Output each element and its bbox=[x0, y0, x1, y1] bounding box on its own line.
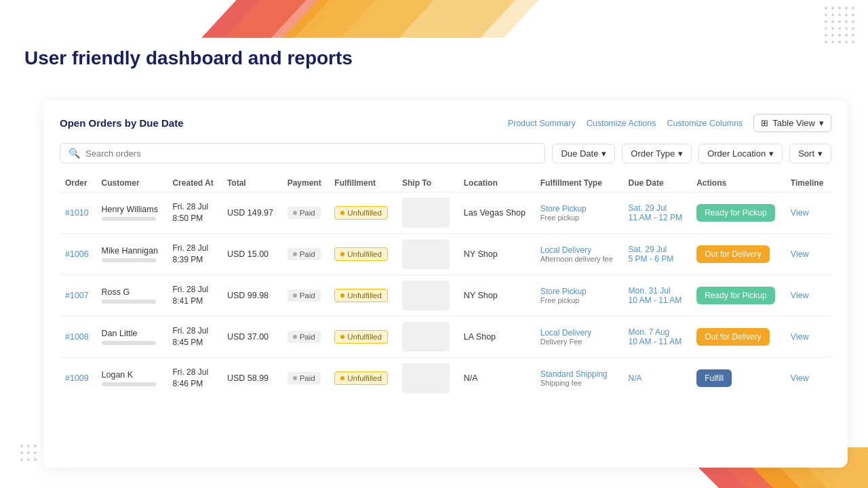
view-link[interactable]: View bbox=[791, 332, 809, 342]
fulfillment-type-link[interactable]: Store Pickup bbox=[540, 287, 587, 296]
fulfillment-type-link[interactable]: Local Delivery bbox=[540, 245, 591, 255]
table-row: #1010 Henry Williams Fri. 28 Jul8:50 PM … bbox=[60, 192, 831, 234]
customize-columns-link[interactable]: Customize Columns bbox=[667, 119, 743, 128]
fulfillment-sub-text: Free pickup bbox=[540, 296, 618, 304]
order-location-filter-label: Order Location bbox=[707, 148, 766, 159]
customize-actions-link[interactable]: Customize Actions bbox=[587, 119, 656, 128]
order-link[interactable]: #1007 bbox=[65, 291, 89, 300]
table-row: #1006 Mike Hannigan Fri. 28 Jul8:39 PM U… bbox=[60, 234, 831, 275]
search-filter-row: 🔍 Due Date ▾ Order Type ▾ Order Location… bbox=[60, 143, 831, 163]
fulfillment-type-link[interactable]: Standard Shipping bbox=[540, 369, 608, 379]
cell-order-id: #1007 bbox=[60, 275, 96, 317]
action-button[interactable]: Fulfill bbox=[696, 369, 732, 387]
col-timeline: Timeline bbox=[785, 174, 831, 192]
view-link[interactable]: View bbox=[791, 291, 809, 300]
order-location-filter-button[interactable]: Order Location ▾ bbox=[698, 144, 783, 163]
cell-location: NY Shop bbox=[458, 275, 535, 317]
table-header-row: Order Customer Created At Total Payment … bbox=[60, 174, 831, 192]
order-link[interactable]: #1006 bbox=[65, 249, 89, 259]
order-type-chevron-icon: ▾ bbox=[678, 148, 683, 159]
col-payment: Payment bbox=[282, 174, 330, 192]
order-type-filter-button[interactable]: Order Type ▾ bbox=[622, 144, 692, 163]
due-date-na[interactable]: N/A bbox=[629, 373, 642, 383]
table-row: #1008 Dan Little Fri. 28 Jul8:45 PM USD … bbox=[60, 317, 831, 358]
col-order: Order bbox=[60, 174, 96, 192]
customer-skeleton bbox=[102, 300, 156, 304]
fulfillment-dot bbox=[340, 335, 344, 339]
col-total: Total bbox=[222, 174, 282, 192]
action-button[interactable]: Out for Delivery bbox=[696, 245, 769, 263]
table-view-label: Table View bbox=[772, 118, 815, 128]
customer-skeleton bbox=[102, 258, 156, 262]
cell-timeline: View bbox=[785, 234, 831, 275]
sort-filter-button[interactable]: Sort ▾ bbox=[789, 144, 831, 163]
ship-to-image bbox=[402, 281, 450, 310]
payment-badge: Paid bbox=[288, 289, 321, 302]
action-button[interactable]: Out for Delivery bbox=[696, 328, 769, 346]
customer-skeleton bbox=[102, 382, 156, 386]
cell-location: Las Vegas Shop bbox=[458, 192, 535, 234]
orders-table: Order Customer Created At Total Payment … bbox=[60, 174, 831, 399]
created-at-text: Fri. 28 Jul8:50 PM bbox=[172, 201, 216, 224]
search-input[interactable] bbox=[85, 148, 536, 159]
cell-fulfillment-type: Local Delivery Afternoon delivery fee bbox=[535, 234, 623, 275]
created-at-text: Fri. 28 Jul8:41 PM bbox=[172, 284, 216, 307]
cell-actions: Ready for Pickup bbox=[691, 275, 785, 317]
search-box[interactable]: 🔍 bbox=[60, 143, 545, 163]
view-link[interactable]: View bbox=[791, 249, 809, 259]
fulfillment-badge: Unfulfilled bbox=[334, 247, 388, 261]
order-link[interactable]: #1008 bbox=[65, 332, 89, 342]
cell-due-date: Mon. 7 Aug10 AM - 11 AM bbox=[623, 317, 692, 358]
due-date-filter-button[interactable]: Due Date ▾ bbox=[552, 144, 615, 163]
cell-order-id: #1009 bbox=[60, 358, 96, 399]
cell-customer: Logan K bbox=[96, 358, 167, 399]
sort-filter-label: Sort bbox=[798, 148, 814, 159]
ship-to-image bbox=[402, 239, 450, 269]
svg-marker-0 bbox=[201, 0, 306, 38]
fulfillment-type-link[interactable]: Local Delivery bbox=[540, 328, 591, 338]
cell-payment: Paid bbox=[282, 275, 330, 317]
cell-created-at: Fri. 28 Jul8:41 PM bbox=[167, 275, 221, 317]
cell-fulfillment-type: Local Delivery Delivery Fee bbox=[535, 317, 623, 358]
customer-name: Dan Little bbox=[102, 329, 162, 338]
table-view-icon: ⊞ bbox=[761, 118, 768, 128]
due-date-link[interactable]: Sat. 29 Jul5 PM - 6 PM bbox=[629, 245, 674, 264]
cell-ship-to bbox=[397, 192, 458, 234]
svg-marker-3 bbox=[306, 0, 515, 38]
cell-fulfillment-type: Store Pickup Free pickup bbox=[535, 192, 623, 234]
action-button[interactable]: Ready for Pickup bbox=[696, 287, 774, 304]
cell-fulfillment: Unfulfilled bbox=[329, 275, 397, 317]
table-view-button[interactable]: ⊞ Table View ▾ bbox=[753, 114, 831, 132]
order-location-chevron-icon: ▾ bbox=[769, 148, 774, 159]
due-date-link[interactable]: Sat. 29 Jul11 AM - 12 PM bbox=[629, 203, 682, 222]
fulfillment-dot bbox=[340, 376, 344, 380]
payment-dot bbox=[293, 335, 297, 339]
cell-created-at: Fri. 28 Jul8:39 PM bbox=[167, 234, 221, 275]
cell-ship-to bbox=[397, 358, 458, 399]
fulfillment-dot bbox=[340, 252, 344, 256]
customer-name: Logan K bbox=[102, 370, 162, 380]
due-date-link[interactable]: Mon. 31 Jul10 AM - 11 AM bbox=[629, 286, 682, 305]
cell-payment: Paid bbox=[282, 317, 330, 358]
ship-to-image bbox=[402, 198, 450, 228]
view-link[interactable]: View bbox=[791, 208, 809, 218]
customer-name: Mike Hannigan bbox=[102, 246, 162, 256]
view-link[interactable]: View bbox=[791, 373, 809, 383]
fulfillment-badge: Unfulfilled bbox=[334, 206, 388, 220]
cell-order-id: #1010 bbox=[60, 192, 96, 234]
due-date-link[interactable]: Mon. 7 Aug10 AM - 11 AM bbox=[629, 327, 682, 346]
action-button[interactable]: Ready for Pickup bbox=[696, 204, 774, 222]
sort-chevron-icon: ▾ bbox=[818, 148, 823, 159]
cell-fulfillment: Unfulfilled bbox=[329, 358, 397, 399]
table-row: #1009 Logan K Fri. 28 Jul8:46 PM USD 58.… bbox=[60, 358, 831, 399]
cell-timeline: View bbox=[785, 317, 831, 358]
order-link[interactable]: #1010 bbox=[65, 208, 89, 218]
cell-total: USD 99.98 bbox=[222, 275, 282, 317]
order-link[interactable]: #1009 bbox=[65, 373, 89, 383]
customer-name: Henry Williams bbox=[102, 205, 162, 214]
fulfillment-badge: Unfulfilled bbox=[334, 330, 388, 344]
table-row: #1007 Ross G Fri. 28 Jul8:41 PM USD 99.9… bbox=[60, 275, 831, 317]
fulfillment-type-link[interactable]: Store Pickup bbox=[540, 204, 587, 214]
col-fulfillment-type: Fulfillment Type bbox=[535, 174, 623, 192]
product-summary-link[interactable]: Product Summary bbox=[508, 119, 576, 128]
